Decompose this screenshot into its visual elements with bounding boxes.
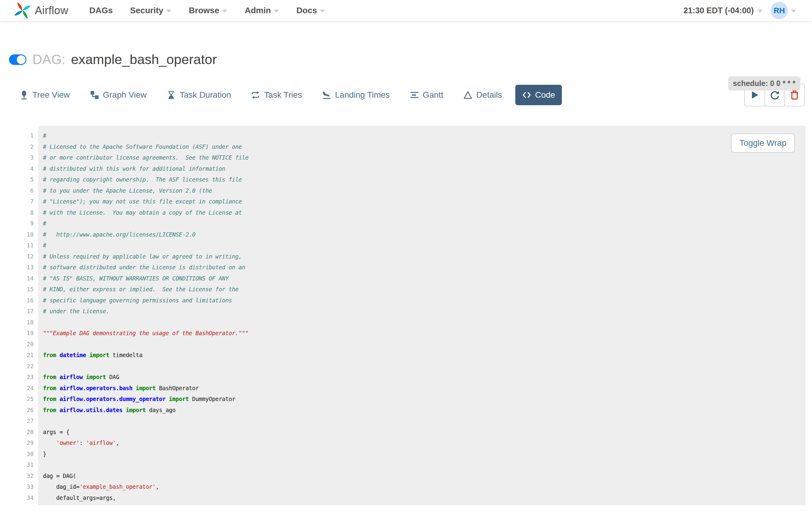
nav-item-docs[interactable]: Docs xyxy=(296,6,325,15)
line-number: 6 xyxy=(0,185,34,196)
line-number: 15 xyxy=(0,284,34,295)
line-number: 12 xyxy=(0,251,34,262)
code-line: from airflow.utils.dates import days_ago xyxy=(43,405,805,416)
code-line: from airflow.operators.bash import BashO… xyxy=(43,383,805,394)
tab-label: Code xyxy=(535,90,555,100)
tab-label: Task Duration xyxy=(180,90,231,100)
line-number: 26 xyxy=(0,405,34,416)
dag-title-row: DAG: example_bash_operator xyxy=(9,52,812,67)
line-number: 8 xyxy=(0,207,34,218)
navbar: Airflow DAGsSecurityBrowseAdminDocs 21:3… xyxy=(0,0,812,21)
line-number: 10 xyxy=(0,229,34,240)
clock-label: 21:30 EDT (-04:00) xyxy=(684,6,754,15)
tab-details[interactable]: Details xyxy=(457,85,509,105)
trash-icon xyxy=(789,89,800,100)
code-line: # http://www.apache.org/licenses/LICENSE… xyxy=(43,229,805,240)
line-number: 30 xyxy=(0,449,34,460)
line-number: 27 xyxy=(0,415,34,427)
line-number: 2 xyxy=(0,141,34,153)
nav-item-browse[interactable]: Browse xyxy=(189,6,227,15)
code-line: 'owner': 'airflow', xyxy=(43,437,805,449)
dag-name: example_bash_operator xyxy=(71,52,217,67)
page-title: DAG: example_bash_operator xyxy=(32,52,217,67)
nav-item-label: DAGs xyxy=(89,6,113,15)
view-tabs: Tree ViewGraph ViewTask DurationTask Tri… xyxy=(12,85,569,105)
line-number: 17 xyxy=(0,306,34,317)
repeat-icon xyxy=(251,90,260,100)
tab-task-duration[interactable]: Task Duration xyxy=(160,85,237,105)
tab-label: Graph View xyxy=(103,90,147,100)
tabs-row: Tree ViewGraph ViewTask DurationTask Tri… xyxy=(12,84,805,106)
hourglass-icon xyxy=(166,90,176,100)
line-number: 9 xyxy=(0,218,34,229)
triangle-icon xyxy=(463,90,473,100)
tab-label: Task Tries xyxy=(264,90,302,100)
code-line: # xyxy=(43,130,805,141)
line-number: 31 xyxy=(0,459,34,470)
tab-tree-view[interactable]: Tree View xyxy=(12,85,77,105)
nav-item-admin[interactable]: Admin xyxy=(245,6,279,15)
code-line: # Licensed to the Apache Software Founda… xyxy=(43,141,805,153)
chevron-down-icon xyxy=(166,9,171,12)
line-number: 1 xyxy=(0,130,34,141)
line-number: 11 xyxy=(0,240,34,251)
avatar: RH xyxy=(771,2,788,19)
code-line: # with the License. You may obtain a cop… xyxy=(43,207,805,218)
line-number: 22 xyxy=(0,361,34,372)
airflow-brand[interactable]: Airflow xyxy=(14,2,68,19)
line-number: 14 xyxy=(0,273,34,284)
code-line: # specific language governing permission… xyxy=(43,295,805,306)
line-number: 28 xyxy=(0,427,34,438)
line-number: 5 xyxy=(0,174,34,185)
code-line: from airflow import DAG xyxy=(43,372,805,383)
brand-title: Airflow xyxy=(35,4,68,17)
chevron-down-icon xyxy=(222,9,227,12)
nav-item-security[interactable]: Security xyxy=(130,6,171,15)
line-number: 4 xyxy=(0,163,34,174)
chevron-down-icon xyxy=(791,9,796,12)
graph-view-icon xyxy=(90,90,99,100)
code-line: """Example DAG demonstrating the usage o… xyxy=(43,328,805,339)
tab-label: Gantt xyxy=(423,90,443,100)
clock-dropdown[interactable]: 21:30 EDT (-04:00) xyxy=(684,6,763,15)
dag-pause-toggle[interactable] xyxy=(9,54,26,65)
dag-label: DAG: xyxy=(32,52,65,67)
code-line: # software distributed under the License… xyxy=(43,262,805,273)
nav-item-label: Docs xyxy=(296,6,317,15)
tab-graph-view[interactable]: Graph View xyxy=(83,85,153,105)
nav-item-label: Admin xyxy=(245,6,271,15)
refresh-icon xyxy=(770,89,780,100)
line-number: 18 xyxy=(0,317,34,328)
plane-landing-icon xyxy=(322,90,331,100)
tab-code[interactable]: Code xyxy=(515,85,562,105)
line-number-gutter: 1234567891011121314151617181920212223242… xyxy=(0,126,38,505)
tab-landing-times[interactable]: Landing Times xyxy=(315,85,397,105)
navbar-right: 21:30 EDT (-04:00) RH xyxy=(684,2,796,19)
code-line: from datetime import timedelta xyxy=(43,350,805,361)
code-line: from airflow.operators.dummy_operator im… xyxy=(43,394,805,405)
tab-label: Tree View xyxy=(32,90,70,100)
nav-item-dags[interactable]: DAGs xyxy=(89,6,113,15)
line-number: 25 xyxy=(0,394,34,405)
tab-task-tries[interactable]: Task Tries xyxy=(244,85,309,105)
code-line: # KIND, either express or implied. See t… xyxy=(43,284,805,295)
line-number: 7 xyxy=(0,196,34,207)
line-number: 3 xyxy=(0,152,34,163)
code-line: args = { xyxy=(43,427,805,438)
code-line: # under the License. xyxy=(43,306,805,317)
toggle-wrap-button[interactable]: Toggle Wrap xyxy=(731,133,795,153)
code-line xyxy=(43,317,805,328)
line-number: 32 xyxy=(0,470,34,482)
chevron-down-icon xyxy=(757,9,763,12)
line-number: 21 xyxy=(0,350,34,361)
tab-label: Details xyxy=(476,90,502,100)
code-line xyxy=(43,339,805,350)
tab-gantt[interactable]: Gantt xyxy=(403,85,450,105)
code-line: default_args=args, xyxy=(43,492,805,504)
chevron-down-icon xyxy=(273,9,279,12)
user-menu[interactable]: RH xyxy=(771,2,796,19)
line-number: 33 xyxy=(0,481,34,492)
chevron-down-icon xyxy=(320,9,325,12)
line-number: 19 xyxy=(0,328,34,339)
line-number: 23 xyxy=(0,372,34,383)
